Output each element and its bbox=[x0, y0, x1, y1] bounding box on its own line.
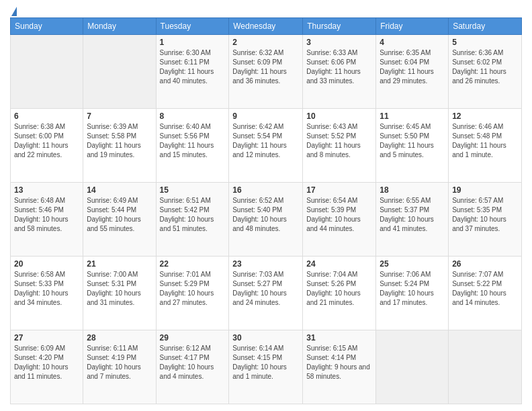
day-number: 5 bbox=[452, 38, 518, 47]
logo bbox=[10, 7, 17, 13]
day-info: Sunrise: 6:36 AM Sunset: 6:02 PM Dayligh… bbox=[452, 48, 518, 86]
day-info: Sunrise: 7:01 AM Sunset: 5:29 PM Dayligh… bbox=[160, 270, 226, 308]
calendar-cell: 29Sunrise: 6:12 AM Sunset: 4:17 PM Dayli… bbox=[156, 330, 229, 404]
calendar-cell: 11Sunrise: 6:45 AM Sunset: 5:50 PM Dayli… bbox=[376, 109, 449, 183]
calendar-week-row: 20Sunrise: 6:58 AM Sunset: 5:33 PM Dayli… bbox=[11, 257, 522, 330]
day-info: Sunrise: 6:55 AM Sunset: 5:37 PM Dayligh… bbox=[380, 196, 445, 234]
day-number: 19 bbox=[452, 185, 518, 195]
calendar-cell: 3Sunrise: 6:33 AM Sunset: 6:06 PM Daylig… bbox=[303, 35, 376, 109]
day-info: Sunrise: 6:49 AM Sunset: 5:44 PM Dayligh… bbox=[87, 196, 152, 234]
day-info: Sunrise: 6:58 AM Sunset: 5:33 PM Dayligh… bbox=[14, 270, 79, 308]
day-info: Sunrise: 7:03 AM Sunset: 5:27 PM Dayligh… bbox=[232, 270, 299, 308]
calendar-week-row: 13Sunrise: 6:48 AM Sunset: 5:46 PM Dayli… bbox=[11, 183, 522, 257]
day-info: Sunrise: 6:45 AM Sunset: 5:50 PM Dayligh… bbox=[380, 122, 445, 160]
calendar-cell: 19Sunrise: 6:57 AM Sunset: 5:35 PM Dayli… bbox=[449, 183, 522, 257]
calendar-cell: 27Sunrise: 6:09 AM Sunset: 4:20 PM Dayli… bbox=[11, 330, 83, 404]
calendar-cell: 10Sunrise: 6:43 AM Sunset: 5:52 PM Dayli… bbox=[303, 109, 376, 183]
day-of-week-header: Tuesday bbox=[156, 18, 229, 35]
day-number: 26 bbox=[452, 259, 518, 269]
day-info: Sunrise: 6:43 AM Sunset: 5:52 PM Dayligh… bbox=[306, 122, 372, 160]
day-of-week-header: Monday bbox=[83, 18, 156, 35]
day-number: 11 bbox=[380, 111, 445, 121]
calendar-cell: 23Sunrise: 7:03 AM Sunset: 5:27 PM Dayli… bbox=[229, 257, 303, 330]
calendar-cell: 2Sunrise: 6:32 AM Sunset: 6:09 PM Daylig… bbox=[229, 35, 303, 109]
day-number: 10 bbox=[306, 111, 372, 121]
calendar-table: SundayMondayTuesdayWednesdayThursdayFrid… bbox=[10, 17, 522, 404]
calendar-cell bbox=[376, 330, 449, 404]
calendar-cell: 6Sunrise: 6:38 AM Sunset: 6:00 PM Daylig… bbox=[11, 109, 83, 183]
calendar-cell bbox=[83, 35, 156, 109]
day-number: 2 bbox=[232, 38, 299, 47]
day-number: 3 bbox=[306, 38, 372, 47]
calendar-week-row: 6Sunrise: 6:38 AM Sunset: 6:00 PM Daylig… bbox=[11, 109, 522, 183]
day-number: 17 bbox=[306, 185, 372, 195]
day-info: Sunrise: 6:52 AM Sunset: 5:40 PM Dayligh… bbox=[232, 196, 299, 234]
day-number: 7 bbox=[87, 111, 152, 121]
calendar-header-row: SundayMondayTuesdayWednesdayThursdayFrid… bbox=[11, 18, 522, 35]
day-of-week-header: Saturday bbox=[449, 18, 522, 35]
day-info: Sunrise: 6:38 AM Sunset: 6:00 PM Dayligh… bbox=[14, 122, 79, 160]
day-info: Sunrise: 6:54 AM Sunset: 5:39 PM Dayligh… bbox=[306, 196, 372, 234]
calendar-week-row: 1Sunrise: 6:30 AM Sunset: 6:11 PM Daylig… bbox=[11, 35, 522, 109]
calendar-cell bbox=[11, 35, 83, 109]
calendar-cell: 15Sunrise: 6:51 AM Sunset: 5:42 PM Dayli… bbox=[156, 183, 229, 257]
day-number: 29 bbox=[160, 333, 226, 342]
day-number: 12 bbox=[452, 111, 518, 121]
day-number: 4 bbox=[380, 38, 445, 47]
day-info: Sunrise: 6:48 AM Sunset: 5:46 PM Dayligh… bbox=[14, 196, 79, 234]
day-number: 8 bbox=[160, 111, 226, 121]
day-number: 23 bbox=[232, 259, 299, 269]
logo-triangle-icon bbox=[11, 7, 17, 16]
day-number: 6 bbox=[14, 111, 79, 121]
calendar-cell: 16Sunrise: 6:52 AM Sunset: 5:40 PM Dayli… bbox=[229, 183, 303, 257]
day-number: 1 bbox=[160, 38, 226, 47]
day-info: Sunrise: 6:33 AM Sunset: 6:06 PM Dayligh… bbox=[306, 48, 372, 86]
day-number: 9 bbox=[232, 111, 299, 121]
day-info: Sunrise: 6:12 AM Sunset: 4:17 PM Dayligh… bbox=[160, 344, 226, 381]
day-number: 13 bbox=[14, 185, 79, 195]
calendar-cell: 14Sunrise: 6:49 AM Sunset: 5:44 PM Dayli… bbox=[83, 183, 156, 257]
day-info: Sunrise: 6:57 AM Sunset: 5:35 PM Dayligh… bbox=[452, 196, 518, 234]
day-number: 18 bbox=[380, 185, 445, 195]
day-number: 15 bbox=[160, 185, 226, 195]
calendar-cell: 24Sunrise: 7:04 AM Sunset: 5:26 PM Dayli… bbox=[303, 257, 376, 330]
day-info: Sunrise: 6:39 AM Sunset: 5:58 PM Dayligh… bbox=[87, 122, 152, 160]
calendar-cell: 7Sunrise: 6:39 AM Sunset: 5:58 PM Daylig… bbox=[83, 109, 156, 183]
day-number: 20 bbox=[14, 259, 79, 269]
calendar-cell: 30Sunrise: 6:14 AM Sunset: 4:15 PM Dayli… bbox=[229, 330, 303, 404]
page: SundayMondayTuesdayWednesdayThursdayFrid… bbox=[0, 0, 532, 411]
calendar-cell: 20Sunrise: 6:58 AM Sunset: 5:33 PM Dayli… bbox=[11, 257, 83, 330]
calendar-cell: 12Sunrise: 6:46 AM Sunset: 5:48 PM Dayli… bbox=[449, 109, 522, 183]
day-info: Sunrise: 6:46 AM Sunset: 5:48 PM Dayligh… bbox=[452, 122, 518, 160]
day-info: Sunrise: 6:40 AM Sunset: 5:56 PM Dayligh… bbox=[160, 122, 226, 160]
calendar-cell: 25Sunrise: 7:06 AM Sunset: 5:24 PM Dayli… bbox=[376, 257, 449, 330]
day-number: 28 bbox=[87, 333, 152, 342]
day-number: 22 bbox=[160, 259, 226, 269]
calendar-cell: 18Sunrise: 6:55 AM Sunset: 5:37 PM Dayli… bbox=[376, 183, 449, 257]
day-info: Sunrise: 6:09 AM Sunset: 4:20 PM Dayligh… bbox=[14, 344, 79, 381]
day-number: 16 bbox=[232, 185, 299, 195]
calendar-cell: 13Sunrise: 6:48 AM Sunset: 5:46 PM Dayli… bbox=[11, 183, 83, 257]
day-info: Sunrise: 6:51 AM Sunset: 5:42 PM Dayligh… bbox=[160, 196, 226, 234]
calendar-cell: 9Sunrise: 6:42 AM Sunset: 5:54 PM Daylig… bbox=[229, 109, 303, 183]
calendar-cell: 26Sunrise: 7:07 AM Sunset: 5:22 PM Dayli… bbox=[449, 257, 522, 330]
calendar-cell: 17Sunrise: 6:54 AM Sunset: 5:39 PM Dayli… bbox=[303, 183, 376, 257]
day-info: Sunrise: 7:00 AM Sunset: 5:31 PM Dayligh… bbox=[87, 270, 152, 308]
calendar-cell: 28Sunrise: 6:11 AM Sunset: 4:19 PM Dayli… bbox=[83, 330, 156, 404]
day-number: 25 bbox=[380, 259, 445, 269]
day-info: Sunrise: 6:35 AM Sunset: 6:04 PM Dayligh… bbox=[380, 48, 445, 86]
calendar-cell: 31Sunrise: 6:15 AM Sunset: 4:14 PM Dayli… bbox=[303, 330, 376, 404]
day-info: Sunrise: 7:04 AM Sunset: 5:26 PM Dayligh… bbox=[306, 270, 372, 308]
calendar-cell: 8Sunrise: 6:40 AM Sunset: 5:56 PM Daylig… bbox=[156, 109, 229, 183]
day-of-week-header: Sunday bbox=[11, 18, 83, 35]
calendar-cell: 22Sunrise: 7:01 AM Sunset: 5:29 PM Dayli… bbox=[156, 257, 229, 330]
day-number: 30 bbox=[232, 333, 299, 342]
day-number: 31 bbox=[306, 333, 372, 342]
header bbox=[10, 7, 522, 13]
calendar-cell: 4Sunrise: 6:35 AM Sunset: 6:04 PM Daylig… bbox=[376, 35, 449, 109]
day-number: 14 bbox=[87, 185, 152, 195]
day-of-week-header: Wednesday bbox=[229, 18, 303, 35]
day-info: Sunrise: 6:11 AM Sunset: 4:19 PM Dayligh… bbox=[87, 344, 152, 381]
day-of-week-header: Friday bbox=[376, 18, 449, 35]
day-info: Sunrise: 6:42 AM Sunset: 5:54 PM Dayligh… bbox=[232, 122, 299, 160]
